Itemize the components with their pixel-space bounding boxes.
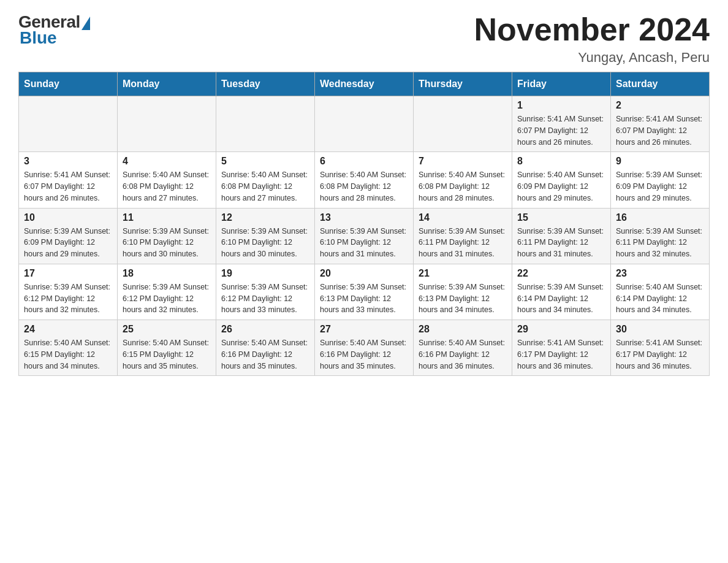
weekday-header-monday: Monday <box>118 72 216 96</box>
day-number: 7 <box>419 156 507 167</box>
calendar-cell: 6Sunrise: 5:40 AM Sunset: 6:08 PM Daylig… <box>315 152 414 208</box>
calendar-cell: 26Sunrise: 5:40 AM Sunset: 6:16 PM Dayli… <box>216 320 315 376</box>
calendar-cell: 20Sunrise: 5:39 AM Sunset: 6:13 PM Dayli… <box>315 264 414 320</box>
calendar-week-row: 1Sunrise: 5:41 AM Sunset: 6:07 PM Daylig… <box>19 96 710 152</box>
calendar-cell: 15Sunrise: 5:39 AM Sunset: 6:11 PM Dayli… <box>512 208 611 264</box>
weekday-header-friday: Friday <box>512 72 611 96</box>
day-number: 17 <box>24 268 112 279</box>
calendar-cell <box>315 96 414 152</box>
day-number: 25 <box>123 324 211 335</box>
calendar-cell: 18Sunrise: 5:39 AM Sunset: 6:12 PM Dayli… <box>118 264 216 320</box>
month-title: November 2024 <box>474 12 710 47</box>
day-number: 5 <box>221 156 309 167</box>
calendar-cell: 2Sunrise: 5:41 AM Sunset: 6:07 PM Daylig… <box>611 96 710 152</box>
day-info: Sunrise: 5:41 AM Sunset: 6:17 PM Dayligh… <box>616 337 704 372</box>
day-info: Sunrise: 5:39 AM Sunset: 6:11 PM Dayligh… <box>419 226 507 260</box>
calendar-cell: 29Sunrise: 5:41 AM Sunset: 6:17 PM Dayli… <box>512 320 611 376</box>
calendar-cell: 21Sunrise: 5:39 AM Sunset: 6:13 PM Dayli… <box>414 264 512 320</box>
calendar-cell: 22Sunrise: 5:39 AM Sunset: 6:14 PM Dayli… <box>512 264 611 320</box>
day-info: Sunrise: 5:41 AM Sunset: 6:07 PM Dayligh… <box>24 169 112 204</box>
day-info: Sunrise: 5:39 AM Sunset: 6:10 PM Dayligh… <box>221 226 309 260</box>
calendar-week-row: 10Sunrise: 5:39 AM Sunset: 6:09 PM Dayli… <box>19 208 710 264</box>
calendar-cell: 13Sunrise: 5:39 AM Sunset: 6:10 PM Dayli… <box>315 208 414 264</box>
day-info: Sunrise: 5:40 AM Sunset: 6:15 PM Dayligh… <box>24 337 112 372</box>
day-number: 8 <box>517 156 605 167</box>
day-number: 20 <box>320 268 408 279</box>
day-info: Sunrise: 5:39 AM Sunset: 6:12 PM Dayligh… <box>24 282 112 316</box>
calendar-cell <box>118 96 216 152</box>
day-number: 27 <box>320 324 408 335</box>
logo: General Blue <box>18 12 90 47</box>
weekday-header-sunday: Sunday <box>19 72 118 96</box>
day-info: Sunrise: 5:39 AM Sunset: 6:12 PM Dayligh… <box>123 282 211 316</box>
day-number: 10 <box>24 212 112 223</box>
day-info: Sunrise: 5:40 AM Sunset: 6:08 PM Dayligh… <box>123 169 211 204</box>
weekday-header-wednesday: Wednesday <box>315 72 414 96</box>
day-info: Sunrise: 5:40 AM Sunset: 6:16 PM Dayligh… <box>320 337 408 372</box>
calendar-cell: 8Sunrise: 5:40 AM Sunset: 6:09 PM Daylig… <box>512 152 611 208</box>
day-info: Sunrise: 5:40 AM Sunset: 6:08 PM Dayligh… <box>320 169 408 204</box>
day-info: Sunrise: 5:40 AM Sunset: 6:16 PM Dayligh… <box>221 337 309 372</box>
day-number: 29 <box>517 324 605 335</box>
day-info: Sunrise: 5:39 AM Sunset: 6:13 PM Dayligh… <box>419 282 507 316</box>
day-info: Sunrise: 5:39 AM Sunset: 6:14 PM Dayligh… <box>517 282 605 316</box>
day-number: 19 <box>221 268 309 279</box>
day-info: Sunrise: 5:39 AM Sunset: 6:12 PM Dayligh… <box>221 282 309 316</box>
day-number: 15 <box>517 212 605 223</box>
day-info: Sunrise: 5:39 AM Sunset: 6:09 PM Dayligh… <box>24 226 112 260</box>
logo-triangle-icon <box>82 17 90 30</box>
calendar-cell <box>216 96 315 152</box>
day-info: Sunrise: 5:39 AM Sunset: 6:11 PM Dayligh… <box>616 226 704 260</box>
weekday-header-row: SundayMondayTuesdayWednesdayThursdayFrid… <box>19 72 710 96</box>
day-number: 14 <box>419 212 507 223</box>
day-info: Sunrise: 5:40 AM Sunset: 6:14 PM Dayligh… <box>616 282 704 316</box>
day-number: 12 <box>221 212 309 223</box>
day-info: Sunrise: 5:40 AM Sunset: 6:08 PM Dayligh… <box>419 169 507 204</box>
calendar-cell: 4Sunrise: 5:40 AM Sunset: 6:08 PM Daylig… <box>118 152 216 208</box>
calendar-cell: 1Sunrise: 5:41 AM Sunset: 6:07 PM Daylig… <box>512 96 611 152</box>
day-info: Sunrise: 5:41 AM Sunset: 6:17 PM Dayligh… <box>517 337 605 372</box>
day-number: 4 <box>123 156 211 167</box>
weekday-header-saturday: Saturday <box>611 72 710 96</box>
day-info: Sunrise: 5:39 AM Sunset: 6:09 PM Dayligh… <box>616 169 704 204</box>
day-info: Sunrise: 5:41 AM Sunset: 6:07 PM Dayligh… <box>616 113 704 148</box>
day-number: 11 <box>123 212 211 223</box>
calendar-cell: 12Sunrise: 5:39 AM Sunset: 6:10 PM Dayli… <box>216 208 315 264</box>
day-number: 3 <box>24 156 112 167</box>
day-number: 30 <box>616 324 704 335</box>
calendar-cell: 10Sunrise: 5:39 AM Sunset: 6:09 PM Dayli… <box>19 208 118 264</box>
day-number: 21 <box>419 268 507 279</box>
day-number: 22 <box>517 268 605 279</box>
logo-blue-text: Blue <box>20 29 57 47</box>
calendar-cell: 28Sunrise: 5:40 AM Sunset: 6:16 PM Dayli… <box>414 320 512 376</box>
day-number: 18 <box>123 268 211 279</box>
calendar-cell: 14Sunrise: 5:39 AM Sunset: 6:11 PM Dayli… <box>414 208 512 264</box>
day-number: 1 <box>517 100 605 111</box>
calendar-week-row: 17Sunrise: 5:39 AM Sunset: 6:12 PM Dayli… <box>19 264 710 320</box>
calendar-table: SundayMondayTuesdayWednesdayThursdayFrid… <box>18 72 710 376</box>
day-info: Sunrise: 5:40 AM Sunset: 6:09 PM Dayligh… <box>517 169 605 204</box>
day-number: 13 <box>320 212 408 223</box>
day-number: 9 <box>616 156 704 167</box>
calendar-cell: 19Sunrise: 5:39 AM Sunset: 6:12 PM Dayli… <box>216 264 315 320</box>
day-number: 23 <box>616 268 704 279</box>
calendar-cell: 3Sunrise: 5:41 AM Sunset: 6:07 PM Daylig… <box>19 152 118 208</box>
day-info: Sunrise: 5:40 AM Sunset: 6:08 PM Dayligh… <box>221 169 309 204</box>
location-subtitle: Yungay, Ancash, Peru <box>474 50 710 66</box>
title-area: November 2024 Yungay, Ancash, Peru <box>474 12 710 66</box>
day-info: Sunrise: 5:40 AM Sunset: 6:15 PM Dayligh… <box>123 337 211 372</box>
calendar-cell: 24Sunrise: 5:40 AM Sunset: 6:15 PM Dayli… <box>19 320 118 376</box>
calendar-cell: 23Sunrise: 5:40 AM Sunset: 6:14 PM Dayli… <box>611 264 710 320</box>
day-number: 24 <box>24 324 112 335</box>
calendar-cell: 30Sunrise: 5:41 AM Sunset: 6:17 PM Dayli… <box>611 320 710 376</box>
calendar-cell: 7Sunrise: 5:40 AM Sunset: 6:08 PM Daylig… <box>414 152 512 208</box>
day-info: Sunrise: 5:39 AM Sunset: 6:13 PM Dayligh… <box>320 282 408 316</box>
day-info: Sunrise: 5:39 AM Sunset: 6:10 PM Dayligh… <box>123 226 211 260</box>
calendar-cell: 17Sunrise: 5:39 AM Sunset: 6:12 PM Dayli… <box>19 264 118 320</box>
day-info: Sunrise: 5:39 AM Sunset: 6:11 PM Dayligh… <box>517 226 605 260</box>
calendar-cell: 11Sunrise: 5:39 AM Sunset: 6:10 PM Dayli… <box>118 208 216 264</box>
calendar-cell: 16Sunrise: 5:39 AM Sunset: 6:11 PM Dayli… <box>611 208 710 264</box>
day-number: 2 <box>616 100 704 111</box>
day-number: 6 <box>320 156 408 167</box>
calendar-cell: 9Sunrise: 5:39 AM Sunset: 6:09 PM Daylig… <box>611 152 710 208</box>
